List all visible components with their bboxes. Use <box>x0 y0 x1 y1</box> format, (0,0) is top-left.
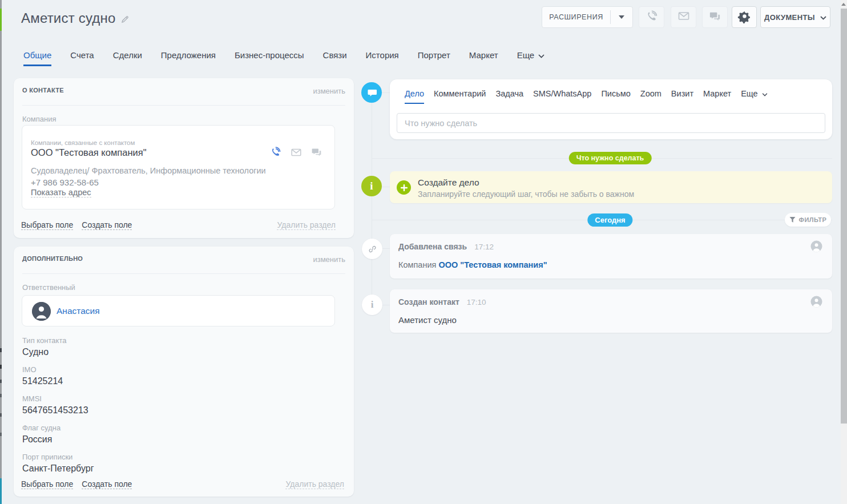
entry-1-text-prefix: Компания <box>398 260 438 269</box>
timeline-tab-9[interactable]: Еще <box>741 89 768 103</box>
timeline-rail <box>372 92 372 305</box>
about-card-title: О КОНТАКТЕ <box>22 87 64 94</box>
entry-1-company-link[interactable]: ООО "Тестовая компания" <box>438 260 547 269</box>
additional-create-field-link[interactable]: Создать поле <box>82 479 132 489</box>
timeline-tab-7[interactable]: Визит <box>671 89 693 103</box>
collapsed-left-menu-edge <box>0 0 2 504</box>
timeline-tab-8[interactable]: Маркет <box>703 89 731 103</box>
entry-2-title: Создан контакт <box>398 297 459 307</box>
timeline-entry-link-added[interactable]: Добавлена связь 17:12 Компания ООО "Тест… <box>390 234 832 279</box>
timeline-tab-2[interactable]: Комментарий <box>434 89 486 103</box>
filter-button[interactable]: ФИЛЬТР <box>785 213 831 227</box>
record-tab-2[interactable]: Счета <box>70 50 94 66</box>
timeline-comment-bubble-icon <box>361 82 382 103</box>
additional-field-5-value: Санкт-Петербург <box>22 463 94 474</box>
timeline-tab-1[interactable]: Дело <box>405 89 424 104</box>
documents-button[interactable]: ДОКУМЕНТЫ <box>760 6 830 28</box>
record-tab-10[interactable]: Еще <box>517 50 545 66</box>
timeline-info-entry-icon: i <box>362 295 382 315</box>
additional-field-2-value: 51425214 <box>22 376 63 386</box>
additional-field-3-value: 5647651453213 <box>22 405 88 416</box>
banner-subtitle: Запланируйте следующий шаг, чтобы не заб… <box>418 189 634 199</box>
additional-field-4-label: Флаг судна <box>22 424 61 432</box>
banner-title: Создайте дело <box>418 178 479 188</box>
chat-bubbles-icon <box>708 10 721 25</box>
additional-field-1-label: Тип контакта <box>22 336 66 345</box>
vertical-scrollbar[interactable] <box>841 0 847 504</box>
left-menu-dash-5 <box>0 413 2 417</box>
record-tabs: ОбщиеСчетаСделкиПредложенияБизнес-процес… <box>23 50 544 66</box>
left-menu-dash-2 <box>0 365 2 369</box>
additional-field-5: Порт припискиСанкт-Петербург <box>22 453 94 474</box>
record-tab-7[interactable]: История <box>366 50 399 66</box>
entry-2-time: 17:10 <box>467 298 486 307</box>
documents-chevron-down-icon <box>820 12 826 22</box>
additional-select-field-link[interactable]: Выбрать поле <box>21 479 73 489</box>
responsible-user-link[interactable]: Анастасия <box>57 306 100 316</box>
additional-card-edit-link[interactable]: изменить <box>313 255 345 264</box>
todo-input[interactable] <box>397 113 825 133</box>
chat-button[interactable] <box>702 6 728 28</box>
today-badge[interactable]: Сегодня <box>587 213 632 227</box>
extensions-dropdown-caret-icon[interactable] <box>611 7 632 27</box>
record-tab-6[interactable]: Связи <box>323 50 347 66</box>
company-chat-icon[interactable] <box>310 146 322 158</box>
envelope-icon <box>677 9 691 25</box>
email-button[interactable] <box>671 6 696 28</box>
timeline-editor-tabs: ДелоКомментарийЗадачаSMS/WhatsAppПисьмоZ… <box>405 89 768 104</box>
timeline-tab-3[interactable]: Задача <box>495 89 523 103</box>
timeline-tab-4[interactable]: SMS/WhatsApp <box>533 89 591 103</box>
record-tab-4[interactable]: Предложения <box>161 50 216 66</box>
about-card-edit-link[interactable]: изменить <box>313 87 345 95</box>
left-menu-dash-3 <box>0 380 2 383</box>
company-box[interactable]: Компании, связанные с контактом ООО "Тес… <box>22 125 335 209</box>
settings-button[interactable] <box>732 6 757 28</box>
record-tab-8[interactable]: Портрет <box>418 50 450 66</box>
timeline-link-entry-icon <box>362 239 382 259</box>
additional-card-divider <box>22 273 345 274</box>
company-field-label: Компания <box>22 115 57 123</box>
funnel-icon <box>789 216 796 223</box>
entry-2-text: Аметист судно <box>398 315 457 325</box>
page-title: Аметист судно <box>21 10 116 26</box>
documents-button-label: ДОКУМЕНТЫ <box>764 13 815 22</box>
record-tab-1[interactable]: Общие <box>23 50 51 66</box>
left-menu-dash-1 <box>0 348 2 352</box>
scrollbar-thumb[interactable] <box>841 9 847 424</box>
additional-field-2: IMO51425214 <box>22 365 63 386</box>
show-address-link[interactable]: Показать адрес <box>31 188 91 197</box>
company-name-link[interactable]: ООО "Тестовая компания" <box>31 147 147 158</box>
timeline-info-green-icon: i <box>361 176 382 196</box>
responsible-box: Анастасия <box>22 295 335 326</box>
extensions-button[interactable]: РАСШИРЕНИЯ <box>542 6 633 28</box>
record-tab-5[interactable]: Бизнес-процессы <box>235 50 304 66</box>
create-deal-banner[interactable]: Создайте дело Запланируйте следующий шаг… <box>390 171 832 203</box>
additional-delete-section-link[interactable]: Удалить раздел <box>285 479 344 489</box>
edit-title-pencil-icon[interactable] <box>121 15 129 23</box>
extensions-button-label: РАСШИРЕНИЯ <box>542 13 610 21</box>
title-row: Аметист судно <box>21 10 129 26</box>
company-call-icon[interactable] <box>269 146 281 158</box>
responsible-field-label: Ответственный <box>22 283 75 292</box>
company-email-icon[interactable] <box>290 146 301 158</box>
about-select-field-link[interactable]: Выбрать поле <box>21 220 73 230</box>
record-tab-9[interactable]: Маркет <box>469 50 498 66</box>
phone-icon <box>645 10 658 25</box>
company-industry: Судовладелец/ Фрахтователь, Информационн… <box>31 166 266 175</box>
filter-button-label: ФИЛЬТР <box>799 216 827 223</box>
responsible-avatar-icon <box>32 302 51 321</box>
left-menu-dash-6 <box>0 433 2 436</box>
timeline-entry-contact-created[interactable]: Создан контакт 17:10 Аметист судно <box>390 289 832 333</box>
company-box-caption: Компании, связанные с контактом <box>31 139 135 146</box>
timeline-tab-6[interactable]: Zoom <box>640 89 662 103</box>
scrollbar-up-arrow-icon[interactable] <box>841 3 846 6</box>
record-tab-3[interactable]: Сделки <box>113 50 142 66</box>
about-create-field-link[interactable]: Создать поле <box>82 220 132 230</box>
additional-field-4: Флаг суднаРоссия <box>22 424 61 445</box>
timeline-tab-5[interactable]: Письмо <box>601 89 630 103</box>
additional-field-3: MMSI5647651453213 <box>22 394 88 416</box>
call-button[interactable] <box>639 6 664 28</box>
about-delete-section-link[interactable]: Удалить раздел <box>277 220 336 230</box>
plus-icon <box>397 180 411 195</box>
additional-card: ДОПОЛНИТЕЛЬНО изменить Ответственный Ана… <box>14 247 354 497</box>
